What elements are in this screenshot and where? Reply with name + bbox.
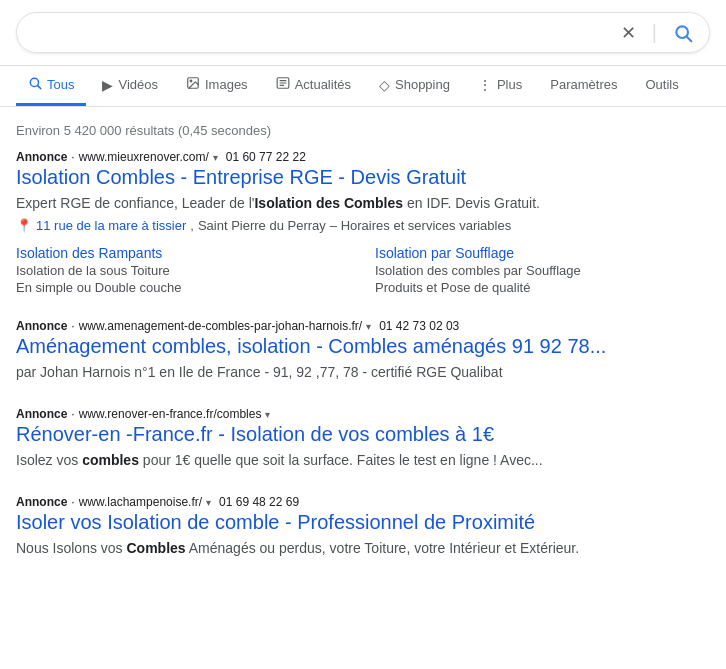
result-title-1[interactable]: Isolation Combles - Entreprise RGE - Dev… bbox=[16, 166, 710, 189]
dropdown-icon-1[interactable]: ▾ bbox=[213, 152, 218, 163]
dropdown-icon-3[interactable]: ▾ bbox=[265, 409, 270, 420]
address-city-1: Saint Pierre du Perray bbox=[198, 218, 326, 233]
tab-tous[interactable]: Tous bbox=[16, 66, 86, 106]
dropdown-icon-4[interactable]: ▾ bbox=[206, 497, 211, 508]
shopping-icon: ◇ bbox=[379, 77, 390, 93]
result-meta-4: Annonce · www.lachampenoise.fr/ ▾ 01 69 … bbox=[16, 495, 710, 509]
search-icons: ✕ | bbox=[621, 21, 693, 44]
sitelink-desc1-1: Isolation de la sous Toiture bbox=[16, 263, 351, 278]
search-icon bbox=[673, 23, 693, 43]
sitelinks-1: Isolation des Rampants Isolation de la s… bbox=[16, 245, 710, 295]
result-meta-2: Annonce · www.amenagement-de-combles-par… bbox=[16, 319, 710, 333]
clear-button[interactable]: ✕ bbox=[621, 22, 636, 44]
tab-parametres-label: Paramètres bbox=[550, 77, 617, 92]
result-item-3: Annonce · www.renover-en-france.fr/combl… bbox=[16, 407, 710, 471]
tab-images[interactable]: Images bbox=[174, 66, 260, 106]
desc-after-4: Aménagés ou perdus, votre Toiture, votre… bbox=[186, 540, 580, 556]
tab-plus-label: Plus bbox=[497, 77, 522, 92]
clear-icon: ✕ bbox=[621, 22, 636, 44]
annonce-label-4: Annonce bbox=[16, 495, 67, 509]
result-url-2: www.amenagement-de-combles-par-johan-har… bbox=[79, 319, 362, 333]
tab-images-label: Images bbox=[205, 77, 248, 92]
tab-shopping[interactable]: ◇ Shopping bbox=[367, 67, 462, 106]
tab-outils-label: Outils bbox=[645, 77, 678, 92]
result-desc-2: par Johan Harnois n°1 en Ile de France -… bbox=[16, 362, 710, 383]
result-desc-1: Expert RGE de confiance, Leader de l'Iso… bbox=[16, 193, 710, 214]
result-title-4[interactable]: Isoler vos Isolation de comble - Profess… bbox=[16, 511, 710, 534]
search-bar-container: isolation des combles ✕ | bbox=[0, 0, 726, 66]
result-address-1: 📍 11 rue de la mare à tissier , Saint Pi… bbox=[16, 218, 710, 233]
sitelink-desc1-2: Isolation des combles par Soufflage bbox=[375, 263, 710, 278]
result-url-3: www.renover-en-france.fr/combles bbox=[79, 407, 262, 421]
result-item-1: Annonce · www.mieuxrenover.com/ ▾ 01 60 … bbox=[16, 150, 710, 295]
result-url-4: www.lachampenoise.fr/ bbox=[79, 495, 202, 509]
desc-before-4: Nous Isolons vos bbox=[16, 540, 127, 556]
result-item-2: Annonce · www.amenagement-de-combles-par… bbox=[16, 319, 710, 383]
results-count: Environ 5 420 000 résultats (0,45 second… bbox=[16, 115, 710, 150]
desc-after-3: pour 1€ quelle que soit la surface. Fait… bbox=[139, 452, 543, 468]
svg-point-5 bbox=[190, 80, 192, 82]
result-title-3[interactable]: Rénover-en -France.fr - Isolation de vos… bbox=[16, 423, 710, 446]
address-link-1[interactable]: 11 rue de la mare à tissier bbox=[36, 218, 186, 233]
search-bar: isolation des combles ✕ | bbox=[16, 12, 710, 53]
sitelink-title-1[interactable]: Isolation des Rampants bbox=[16, 245, 351, 261]
tab-plus[interactable]: ⋮ Plus bbox=[466, 67, 534, 106]
meta-dot-4: · bbox=[71, 495, 74, 509]
videos-icon: ▶ bbox=[102, 77, 113, 93]
desc-bold-1: Isolation des Combles bbox=[254, 195, 403, 211]
tab-tous-label: Tous bbox=[47, 77, 74, 92]
result-title-2[interactable]: Aménagement combles, isolation - Combles… bbox=[16, 335, 710, 358]
annonce-label-3: Annonce bbox=[16, 407, 67, 421]
result-phone-1: 01 60 77 22 22 bbox=[226, 150, 306, 164]
result-item-4: Annonce · www.lachampenoise.fr/ ▾ 01 69 … bbox=[16, 495, 710, 559]
result-phone-4: 01 69 48 22 69 bbox=[219, 495, 299, 509]
tous-icon bbox=[28, 76, 42, 93]
svg-line-3 bbox=[38, 86, 41, 89]
meta-dot-1: · bbox=[71, 150, 74, 164]
result-phone-2: 01 42 73 02 03 bbox=[379, 319, 459, 333]
desc-after-1: en IDF. Devis Gratuit. bbox=[403, 195, 540, 211]
tab-outils[interactable]: Outils bbox=[633, 67, 690, 105]
desc-bold-4: Combles bbox=[127, 540, 186, 556]
svg-line-1 bbox=[687, 36, 692, 41]
sitelink-col-1: Isolation des Rampants Isolation de la s… bbox=[16, 245, 351, 295]
desc-bold-3: combles bbox=[82, 452, 139, 468]
plus-icon: ⋮ bbox=[478, 77, 492, 93]
tab-videos[interactable]: ▶ Vidéos bbox=[90, 67, 170, 106]
annonce-label-1: Annonce bbox=[16, 150, 67, 164]
sitelink-title-2[interactable]: Isolation par Soufflage bbox=[375, 245, 710, 261]
search-button[interactable] bbox=[673, 23, 693, 43]
tab-actualites[interactable]: Actualités bbox=[264, 66, 363, 106]
dropdown-icon-2[interactable]: ▾ bbox=[366, 321, 371, 332]
sitelink-desc2-1: En simple ou Double couche bbox=[16, 280, 351, 295]
desc-before-1: Expert RGE de confiance, Leader de l' bbox=[16, 195, 254, 211]
result-meta-1: Annonce · www.mieuxrenover.com/ ▾ 01 60 … bbox=[16, 150, 710, 164]
annonce-label-2: Annonce bbox=[16, 319, 67, 333]
tabs-container: Tous ▶ Vidéos Images Actualités ◇ Shoppi… bbox=[0, 66, 726, 107]
images-icon bbox=[186, 76, 200, 93]
result-meta-3: Annonce · www.renover-en-france.fr/combl… bbox=[16, 407, 710, 421]
tab-shopping-label: Shopping bbox=[395, 77, 450, 92]
actualites-icon bbox=[276, 76, 290, 93]
sitelink-desc2-2: Produits et Pose de qualité bbox=[375, 280, 710, 295]
search-input[interactable]: isolation des combles bbox=[33, 24, 621, 42]
meta-dot-2: · bbox=[71, 319, 74, 333]
result-desc-4: Nous Isolons vos Combles Aménagés ou per… bbox=[16, 538, 710, 559]
tab-parametres[interactable]: Paramètres bbox=[538, 67, 629, 105]
pin-icon-1: 📍 bbox=[16, 218, 32, 233]
result-desc-3: Isolez vos combles pour 1€ quelle que so… bbox=[16, 450, 710, 471]
sitelink-col-2: Isolation par Soufflage Isolation des co… bbox=[375, 245, 710, 295]
results-container: Environ 5 420 000 résultats (0,45 second… bbox=[0, 107, 726, 559]
address-extra-1: – Horaires et services variables bbox=[330, 218, 511, 233]
result-url-1: www.mieuxrenover.com/ bbox=[79, 150, 209, 164]
meta-dot-3: · bbox=[71, 407, 74, 421]
tab-actualites-label: Actualités bbox=[295, 77, 351, 92]
tab-videos-label: Vidéos bbox=[118, 77, 158, 92]
address-comma-1: , bbox=[190, 218, 194, 233]
desc-before-3: Isolez vos bbox=[16, 452, 82, 468]
